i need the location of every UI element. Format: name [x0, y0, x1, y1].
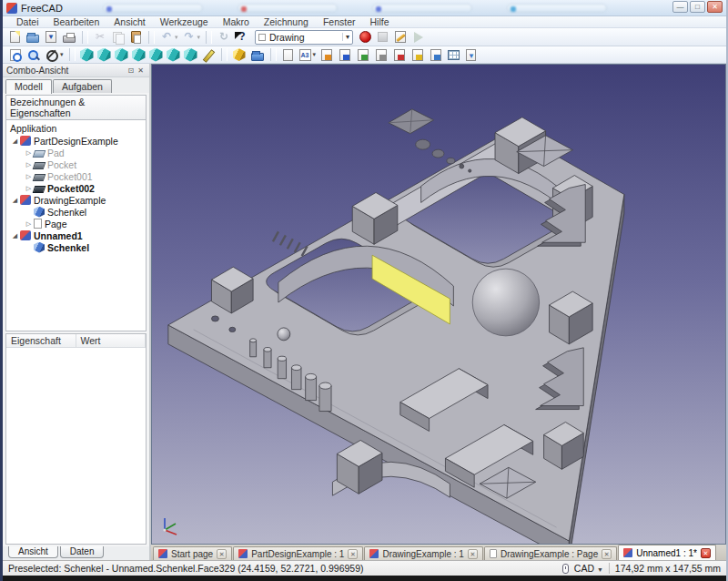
- projection-group-icon: [339, 49, 350, 61]
- view-right-button[interactable]: [130, 47, 147, 63]
- draw-style-button[interactable]: ▾: [43, 47, 66, 63]
- whats-this-button[interactable]: [233, 29, 251, 45]
- part-box-button[interactable]: [230, 46, 248, 63]
- undo-button[interactable]: ▾: [157, 29, 180, 45]
- open-drawing-button[interactable]: [248, 48, 267, 62]
- dropdown-caret-icon[interactable]: ▾: [342, 33, 349, 41]
- fit-all-button[interactable]: [6, 47, 25, 63]
- open-file-button[interactable]: [24, 30, 42, 44]
- tab-daten[interactable]: Daten: [60, 546, 105, 558]
- document-tab-partdesignexample-1[interactable]: PartDesignExample : 1✕: [233, 546, 363, 560]
- close-tab-icon[interactable]: ✕: [217, 549, 227, 559]
- projection-group-button[interactable]: [336, 47, 354, 63]
- draft-view-button[interactable]: [372, 47, 390, 63]
- titlebar[interactable]: FreeCAD —□✕: [3, 0, 726, 16]
- tree-item-page[interactable]: ▷Page: [6, 218, 146, 229]
- tree-item-pocket001[interactable]: ▷Pocket001: [6, 170, 146, 182]
- view-bottom-icon: [167, 48, 180, 62]
- view-rear-button[interactable]: [147, 47, 165, 63]
- close-tab-icon[interactable]: ✕: [348, 549, 358, 559]
- macro-play-button[interactable]: [410, 29, 428, 46]
- expander-open-icon[interactable]: ◢: [10, 197, 20, 204]
- view-bottom-button[interactable]: [165, 47, 182, 63]
- paste-button[interactable]: [127, 29, 145, 45]
- close-tab-icon[interactable]: ✕: [701, 548, 711, 558]
- tab-modell[interactable]: Modell: [5, 79, 52, 94]
- menu-hilfe[interactable]: Hilfe: [364, 16, 396, 28]
- macro-record-button[interactable]: [357, 29, 374, 45]
- redo-button[interactable]: ▾: [180, 29, 203, 45]
- close-panel-icon[interactable]: ✕: [136, 66, 146, 75]
- menu-datei[interactable]: Datei: [10, 16, 46, 28]
- view-left-button[interactable]: [182, 47, 199, 63]
- menu-zeichnung[interactable]: Zeichnung: [258, 16, 315, 28]
- tree-item-pocket[interactable]: ▷Pocket: [6, 158, 146, 170]
- macro-stop-button[interactable]: [374, 29, 391, 45]
- spreadsheet-view-button[interactable]: [445, 47, 462, 63]
- document-tab-drawingexample-1[interactable]: DrawingExample : 1✕: [364, 546, 482, 560]
- open-browser-view-button[interactable]: [354, 47, 372, 63]
- tree-item-pad[interactable]: ▷Pad: [6, 147, 146, 158]
- tree-item-partdesignexample[interactable]: ◢PartDesignExample: [6, 135, 146, 147]
- dropdown-caret-icon[interactable]: ▾: [313, 51, 317, 58]
- menu-fenster[interactable]: Fenster: [317, 16, 362, 28]
- view-front-button[interactable]: [96, 47, 113, 63]
- tree-item-schenkel[interactable]: Schenkel: [6, 206, 146, 218]
- close-tab-icon[interactable]: ✕: [602, 549, 612, 559]
- close-button[interactable]: ✕: [707, 1, 723, 13]
- nav-style-selector[interactable]: CAD ▼: [574, 563, 603, 574]
- refresh-button[interactable]: [215, 29, 233, 45]
- tree-item-unnamed1[interactable]: ◢Unnamed1: [6, 229, 146, 241]
- save-file-button[interactable]: [42, 29, 60, 45]
- dropdown-caret-icon[interactable]: ▾: [60, 51, 64, 58]
- insert-view-button[interactable]: [318, 47, 336, 63]
- new-file-button[interactable]: [6, 29, 24, 45]
- tree-item-pocket002[interactable]: ▷Pocket002: [6, 182, 146, 194]
- measure-distance-button[interactable]: [199, 47, 217, 63]
- new-drawing-page-button[interactable]: [279, 47, 297, 63]
- zoom-button[interactable]: [25, 47, 43, 63]
- symbol-view-button[interactable]: [390, 47, 409, 63]
- document-tab-unnamed1-1-[interactable]: Unnamed1 : 1*✕: [618, 545, 716, 560]
- clip-group-button[interactable]: [427, 47, 445, 63]
- save-file-icon: [46, 31, 56, 43]
- float-panel-icon[interactable]: ⊡: [126, 66, 136, 75]
- close-tab-icon[interactable]: ✕: [468, 549, 478, 559]
- menu-werkzeuge[interactable]: Werkzeuge: [154, 16, 215, 28]
- toolbar-separator: [69, 48, 76, 61]
- tab-aufgaben[interactable]: Aufgaben: [53, 79, 112, 93]
- minimize-button[interactable]: —: [672, 1, 688, 13]
- document-tab-drawingexample-page[interactable]: DrawingExample : Page✕: [484, 546, 617, 560]
- menu-bearbeiten[interactable]: Bearbeiten: [47, 16, 106, 28]
- 3d-viewport[interactable]: [151, 64, 726, 545]
- tree-root-application[interactable]: Applikation: [6, 122, 146, 135]
- expander-open-icon[interactable]: ◢: [10, 232, 20, 240]
- status-separator: [609, 563, 610, 574]
- dropdown-caret-icon[interactable]: ▾: [197, 34, 201, 41]
- workbench-selector[interactable]: Drawing▾: [255, 30, 353, 45]
- value-column[interactable]: Wert: [76, 334, 147, 347]
- menu-ansicht[interactable]: Ansicht: [107, 16, 151, 28]
- view-top-button[interactable]: [113, 47, 130, 63]
- expander-open-icon[interactable]: ◢: [10, 138, 20, 145]
- property-column[interactable]: Eigenschaft: [6, 334, 76, 347]
- export-page-button[interactable]: [462, 47, 480, 63]
- a3-landscape-page-button[interactable]: A3▾: [297, 47, 318, 63]
- model-tree[interactable]: Applikation ◢PartDesignExample▷Pad▷Pocke…: [5, 120, 147, 331]
- panel-title-row[interactable]: Combo-Ansicht ⊡ ✕: [3, 64, 149, 77]
- view-axonometric-button[interactable]: [78, 47, 96, 63]
- print-button[interactable]: [60, 30, 78, 44]
- cut-button[interactable]: [91, 29, 109, 45]
- expander-closed-icon[interactable]: ▷: [24, 220, 34, 228]
- maximize-button[interactable]: □: [690, 1, 705, 13]
- dropdown-caret-icon[interactable]: ▾: [175, 34, 178, 41]
- menu-makro[interactable]: Makro: [217, 16, 256, 28]
- tree-item-schenkel[interactable]: Schenkel: [6, 241, 146, 253]
- annotation-view-icon: [412, 49, 423, 61]
- tab-ansicht[interactable]: Ansicht: [8, 546, 58, 558]
- tree-item-drawingexample[interactable]: ◢DrawingExample: [6, 194, 146, 206]
- copy-button[interactable]: [109, 29, 127, 45]
- document-tab-start-page[interactable]: Start page✕: [153, 546, 232, 560]
- annotation-view-button[interactable]: [409, 47, 427, 63]
- macro-edit-button[interactable]: [391, 29, 410, 45]
